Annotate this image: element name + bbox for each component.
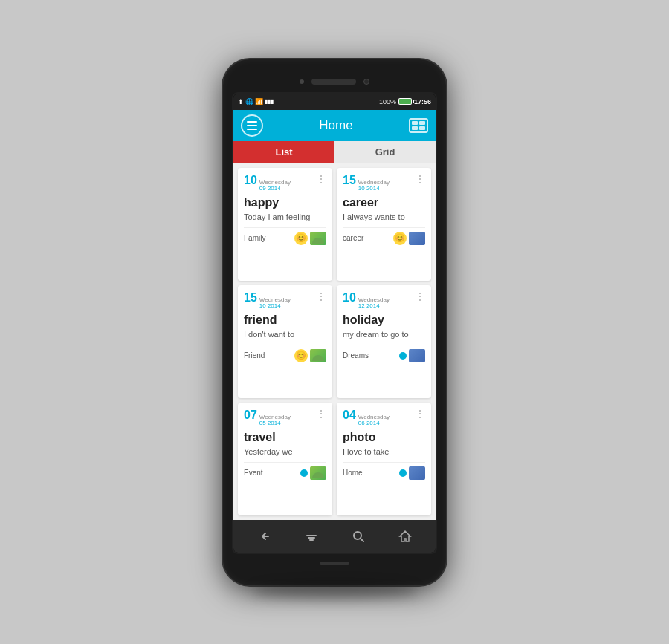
date-number: 15 [343, 174, 356, 187]
date-number: 10 [343, 291, 356, 305]
date-info: Wednesday 10 2014 [358, 180, 390, 193]
journal-card-friend[interactable]: 15 Wednesday 10 2014 ⋮ friend I don't wa… [238, 285, 332, 398]
card-footer: Friend 😊 [244, 345, 326, 362]
back-button[interactable] [251, 523, 278, 550]
card-date: 04 Wednesday 06 2014 [343, 409, 390, 428]
photo-thumbnail [409, 349, 425, 362]
card-date: 15 Wednesday 10 2014 [343, 174, 390, 193]
emoji-icon: 😊 [393, 232, 407, 245]
battery-icon [398, 98, 412, 105]
phone-bottom [232, 554, 437, 569]
more-options-icon[interactable]: ⋮ [316, 174, 326, 184]
card-category: Event [244, 469, 263, 477]
card-date: 15 Wednesday 10 2014 [244, 291, 291, 310]
card-footer: Family 😊 [244, 227, 326, 245]
date-month-year: 06 2014 [358, 420, 390, 427]
journal-card-travel[interactable]: 07 Wednesday 05 2014 ⋮ travel Yesterday … [238, 403, 332, 515]
card-title: career [343, 195, 425, 209]
speaker-dot [300, 79, 304, 84]
journal-card-happy[interactable]: 10 Wednesday 09 2014 ⋮ happy Today I am … [238, 168, 332, 281]
card-icons [300, 466, 326, 480]
phone-shadow [253, 584, 416, 599]
card-date: 10 Wednesday 09 2014 [244, 174, 291, 193]
date-month-year: 05 2014 [259, 420, 291, 427]
card-header: 15 Wednesday 10 2014 ⋮ [244, 291, 326, 310]
card-preview: Yesterday we [244, 446, 326, 457]
date-number: 07 [244, 409, 257, 422]
front-camera [363, 79, 369, 85]
time-display: 17:56 [414, 98, 431, 105]
card-preview: I don't want to [244, 329, 326, 339]
home-indicator [320, 562, 349, 565]
photo-thumbnail [409, 232, 425, 245]
card-category: Friend [244, 351, 265, 360]
photo-thumbnail [310, 232, 326, 245]
more-options-icon[interactable]: ⋮ [415, 174, 425, 184]
date-month-year: 12 2014 [358, 303, 390, 310]
card-preview: I always wants to [343, 212, 425, 222]
journal-card-career[interactable]: 15 Wednesday 10 2014 ⋮ career I always w… [337, 168, 431, 281]
card-footer: Event [244, 462, 326, 480]
date-number: 10 [244, 174, 257, 187]
photo-thumbnail [310, 349, 326, 362]
home-button[interactable] [298, 523, 325, 550]
more-options-icon[interactable]: ⋮ [415, 409, 425, 419]
screen: ⬆ 🌐 📶 ▮▮▮ 100% 17:56 [232, 92, 437, 554]
card-header: 10 Wednesday 12 2014 ⋮ [343, 291, 425, 310]
menu-home-button[interactable] [392, 523, 418, 550]
card-title: photo [343, 430, 425, 444]
dot-icon [399, 469, 407, 477]
grid-view-button[interactable] [409, 118, 428, 133]
card-title: happy [244, 195, 326, 209]
card-date: 07 Wednesday 05 2014 [244, 409, 291, 428]
card-preview: Today I am feeling [244, 212, 326, 222]
more-options-icon[interactable]: ⋮ [316, 409, 326, 419]
photo-thumbnail [409, 466, 425, 480]
card-preview: I love to take [343, 446, 425, 457]
card-title: holiday [343, 313, 425, 327]
card-category: career [343, 234, 363, 242]
card-header: 15 Wednesday 10 2014 ⋮ [343, 174, 425, 193]
bottom-navigation [233, 520, 436, 553]
dot-icon [399, 352, 407, 360]
date-info: Wednesday 05 2014 [259, 414, 291, 428]
date-number: 04 [343, 409, 356, 422]
menu-line [247, 121, 257, 123]
svg-rect-0 [306, 535, 317, 536]
card-category: Home [343, 469, 363, 477]
phone-device: ⬆ 🌐 📶 ▮▮▮ 100% 17:56 [223, 59, 446, 585]
card-title: friend [244, 313, 326, 327]
battery-percent: 100% [379, 98, 396, 105]
card-icons [399, 466, 425, 480]
date-number: 15 [244, 291, 257, 305]
card-preview: my dream to go to [343, 329, 425, 339]
card-icons [399, 349, 425, 362]
photo-thumbnail [310, 466, 326, 480]
journal-card-photo[interactable]: 04 Wednesday 06 2014 ⋮ photo I love to t… [337, 403, 431, 515]
card-header: 04 Wednesday 06 2014 ⋮ [343, 409, 425, 428]
card-footer: Dreams [343, 345, 425, 362]
emoji-icon: 😊 [294, 232, 308, 245]
journal-card-holiday[interactable]: 10 Wednesday 12 2014 ⋮ holiday my dream … [337, 285, 431, 398]
card-title: travel [244, 430, 326, 444]
card-date: 10 Wednesday 12 2014 [343, 291, 390, 310]
card-header: 10 Wednesday 09 2014 ⋮ [244, 174, 326, 193]
more-options-icon[interactable]: ⋮ [415, 291, 425, 302]
date-month-year: 10 2014 [358, 186, 390, 192]
status-bar: ⬆ 🌐 📶 ▮▮▮ 100% 17:56 [233, 94, 436, 110]
menu-button[interactable] [241, 114, 263, 137]
signal-bars: ▮▮▮ [265, 98, 274, 105]
svg-line-4 [361, 539, 363, 541]
signal-icon1: 📶 [255, 98, 263, 105]
date-info: Wednesday 09 2014 [259, 180, 291, 193]
more-options-icon[interactable]: ⋮ [316, 291, 326, 302]
nav-icon: ⬆ [238, 98, 244, 105]
tab-grid[interactable]: Grid [334, 141, 436, 163]
app-bar: Home [233, 110, 436, 141]
status-icons-left: ⬆ 🌐 📶 ▮▮▮ [238, 98, 378, 105]
card-footer: Home [343, 462, 425, 480]
svg-rect-1 [308, 537, 315, 539]
tab-list[interactable]: List [233, 141, 334, 163]
emoji-icon: 😊 [294, 349, 308, 362]
search-button[interactable] [345, 523, 372, 550]
